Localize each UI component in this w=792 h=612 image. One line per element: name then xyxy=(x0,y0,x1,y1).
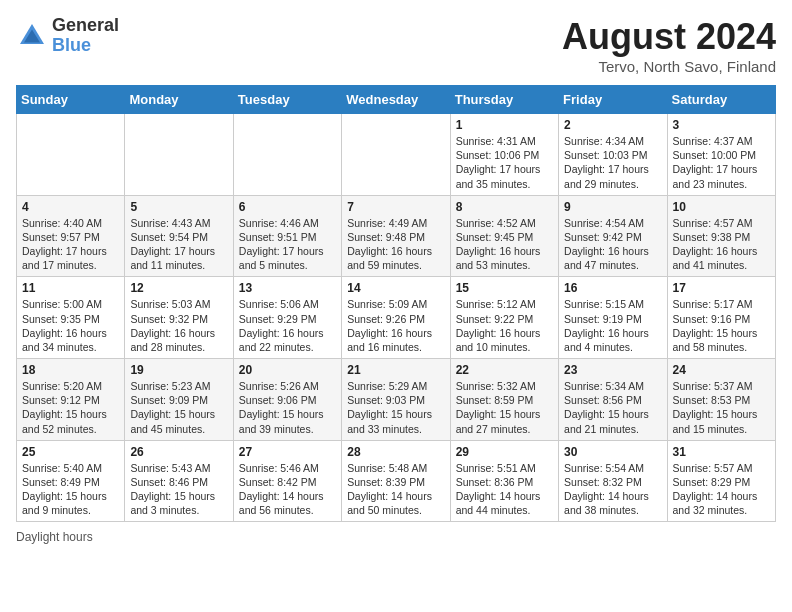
cell-sunrise: Sunrise: 4:49 AMSunset: 9:48 PMDaylight:… xyxy=(347,217,432,272)
cell-sunrise: Sunrise: 5:32 AMSunset: 8:59 PMDaylight:… xyxy=(456,380,541,435)
calendar-cell: 21 Sunrise: 5:29 AMSunset: 9:03 PMDaylig… xyxy=(342,359,450,441)
calendar-cell: 28 Sunrise: 5:48 AMSunset: 8:39 PMDaylig… xyxy=(342,440,450,522)
cell-sunrise: Sunrise: 5:57 AMSunset: 8:29 PMDaylight:… xyxy=(673,462,758,517)
calendar-cell: 23 Sunrise: 5:34 AMSunset: 8:56 PMDaylig… xyxy=(559,359,667,441)
cell-sunrise: Sunrise: 5:12 AMSunset: 9:22 PMDaylight:… xyxy=(456,298,541,353)
day-number: 30 xyxy=(564,445,661,459)
calendar-week-row: 11 Sunrise: 5:00 AMSunset: 9:35 PMDaylig… xyxy=(17,277,776,359)
calendar-cell: 7 Sunrise: 4:49 AMSunset: 9:48 PMDayligh… xyxy=(342,195,450,277)
day-number: 31 xyxy=(673,445,770,459)
cell-sunrise: Sunrise: 5:17 AMSunset: 9:16 PMDaylight:… xyxy=(673,298,758,353)
cell-sunrise: Sunrise: 5:23 AMSunset: 9:09 PMDaylight:… xyxy=(130,380,215,435)
day-number: 12 xyxy=(130,281,227,295)
calendar-cell xyxy=(125,114,233,196)
day-number: 27 xyxy=(239,445,336,459)
cell-sunrise: Sunrise: 5:54 AMSunset: 8:32 PMDaylight:… xyxy=(564,462,649,517)
day-number: 25 xyxy=(22,445,119,459)
weekday-header: Sunday xyxy=(17,86,125,114)
cell-sunrise: Sunrise: 5:48 AMSunset: 8:39 PMDaylight:… xyxy=(347,462,432,517)
day-number: 20 xyxy=(239,363,336,377)
day-number: 24 xyxy=(673,363,770,377)
calendar-cell: 1 Sunrise: 4:31 AMSunset: 10:06 PMDaylig… xyxy=(450,114,558,196)
weekday-header: Tuesday xyxy=(233,86,341,114)
cell-sunrise: Sunrise: 5:37 AMSunset: 8:53 PMDaylight:… xyxy=(673,380,758,435)
calendar-cell xyxy=(233,114,341,196)
calendar-cell: 2 Sunrise: 4:34 AMSunset: 10:03 PMDaylig… xyxy=(559,114,667,196)
title-block: August 2024 Tervo, North Savo, Finland xyxy=(562,16,776,75)
cell-sunrise: Sunrise: 5:40 AMSunset: 8:49 PMDaylight:… xyxy=(22,462,107,517)
cell-sunrise: Sunrise: 5:46 AMSunset: 8:42 PMDaylight:… xyxy=(239,462,324,517)
day-number: 29 xyxy=(456,445,553,459)
logo-general-text: General xyxy=(52,16,119,36)
day-number: 16 xyxy=(564,281,661,295)
cell-sunrise: Sunrise: 4:57 AMSunset: 9:38 PMDaylight:… xyxy=(673,217,758,272)
cell-sunrise: Sunrise: 4:37 AMSunset: 10:00 PMDaylight… xyxy=(673,135,758,190)
day-number: 10 xyxy=(673,200,770,214)
day-number: 22 xyxy=(456,363,553,377)
calendar-cell: 30 Sunrise: 5:54 AMSunset: 8:32 PMDaylig… xyxy=(559,440,667,522)
cell-sunrise: Sunrise: 5:43 AMSunset: 8:46 PMDaylight:… xyxy=(130,462,215,517)
day-number: 8 xyxy=(456,200,553,214)
cell-sunrise: Sunrise: 5:26 AMSunset: 9:06 PMDaylight:… xyxy=(239,380,324,435)
cell-sunrise: Sunrise: 5:09 AMSunset: 9:26 PMDaylight:… xyxy=(347,298,432,353)
calendar-cell: 3 Sunrise: 4:37 AMSunset: 10:00 PMDaylig… xyxy=(667,114,775,196)
subtitle: Tervo, North Savo, Finland xyxy=(562,58,776,75)
main-title: August 2024 xyxy=(562,16,776,58)
calendar-cell: 22 Sunrise: 5:32 AMSunset: 8:59 PMDaylig… xyxy=(450,359,558,441)
weekday-header: Wednesday xyxy=(342,86,450,114)
weekday-header: Friday xyxy=(559,86,667,114)
calendar-cell: 25 Sunrise: 5:40 AMSunset: 8:49 PMDaylig… xyxy=(17,440,125,522)
calendar-week-row: 4 Sunrise: 4:40 AMSunset: 9:57 PMDayligh… xyxy=(17,195,776,277)
weekday-header: Thursday xyxy=(450,86,558,114)
cell-sunrise: Sunrise: 5:29 AMSunset: 9:03 PMDaylight:… xyxy=(347,380,432,435)
cell-sunrise: Sunrise: 5:34 AMSunset: 8:56 PMDaylight:… xyxy=(564,380,649,435)
day-number: 19 xyxy=(130,363,227,377)
calendar-cell xyxy=(342,114,450,196)
day-number: 3 xyxy=(673,118,770,132)
day-number: 14 xyxy=(347,281,444,295)
day-number: 4 xyxy=(22,200,119,214)
cell-sunrise: Sunrise: 4:40 AMSunset: 9:57 PMDaylight:… xyxy=(22,217,107,272)
logo: General Blue xyxy=(16,16,119,56)
day-number: 7 xyxy=(347,200,444,214)
cell-sunrise: Sunrise: 5:51 AMSunset: 8:36 PMDaylight:… xyxy=(456,462,541,517)
cell-sunrise: Sunrise: 4:31 AMSunset: 10:06 PMDaylight… xyxy=(456,135,541,190)
cell-sunrise: Sunrise: 5:20 AMSunset: 9:12 PMDaylight:… xyxy=(22,380,107,435)
logo-text: General Blue xyxy=(52,16,119,56)
cell-sunrise: Sunrise: 4:52 AMSunset: 9:45 PMDaylight:… xyxy=(456,217,541,272)
cell-sunrise: Sunrise: 4:46 AMSunset: 9:51 PMDaylight:… xyxy=(239,217,324,272)
day-number: 23 xyxy=(564,363,661,377)
calendar-cell: 4 Sunrise: 4:40 AMSunset: 9:57 PMDayligh… xyxy=(17,195,125,277)
footer-note: Daylight hours xyxy=(16,530,776,544)
calendar-cell: 13 Sunrise: 5:06 AMSunset: 9:29 PMDaylig… xyxy=(233,277,341,359)
calendar-cell: 18 Sunrise: 5:20 AMSunset: 9:12 PMDaylig… xyxy=(17,359,125,441)
logo-icon xyxy=(16,20,48,52)
day-number: 9 xyxy=(564,200,661,214)
day-number: 1 xyxy=(456,118,553,132)
calendar-cell: 31 Sunrise: 5:57 AMSunset: 8:29 PMDaylig… xyxy=(667,440,775,522)
calendar-cell: 5 Sunrise: 4:43 AMSunset: 9:54 PMDayligh… xyxy=(125,195,233,277)
calendar-cell: 26 Sunrise: 5:43 AMSunset: 8:46 PMDaylig… xyxy=(125,440,233,522)
header-row: SundayMondayTuesdayWednesdayThursdayFrid… xyxy=(17,86,776,114)
day-number: 17 xyxy=(673,281,770,295)
day-number: 18 xyxy=(22,363,119,377)
calendar-cell: 17 Sunrise: 5:17 AMSunset: 9:16 PMDaylig… xyxy=(667,277,775,359)
calendar-cell: 11 Sunrise: 5:00 AMSunset: 9:35 PMDaylig… xyxy=(17,277,125,359)
day-number: 13 xyxy=(239,281,336,295)
day-number: 21 xyxy=(347,363,444,377)
calendar-cell: 15 Sunrise: 5:12 AMSunset: 9:22 PMDaylig… xyxy=(450,277,558,359)
calendar-cell: 12 Sunrise: 5:03 AMSunset: 9:32 PMDaylig… xyxy=(125,277,233,359)
day-number: 28 xyxy=(347,445,444,459)
calendar-table: SundayMondayTuesdayWednesdayThursdayFrid… xyxy=(16,85,776,522)
cell-sunrise: Sunrise: 4:43 AMSunset: 9:54 PMDaylight:… xyxy=(130,217,215,272)
logo-blue-text: Blue xyxy=(52,36,119,56)
calendar-cell: 14 Sunrise: 5:09 AMSunset: 9:26 PMDaylig… xyxy=(342,277,450,359)
calendar-week-row: 1 Sunrise: 4:31 AMSunset: 10:06 PMDaylig… xyxy=(17,114,776,196)
calendar-cell: 20 Sunrise: 5:26 AMSunset: 9:06 PMDaylig… xyxy=(233,359,341,441)
cell-sunrise: Sunrise: 5:06 AMSunset: 9:29 PMDaylight:… xyxy=(239,298,324,353)
day-number: 26 xyxy=(130,445,227,459)
page-header: General Blue August 2024 Tervo, North Sa… xyxy=(16,16,776,75)
day-number: 6 xyxy=(239,200,336,214)
cell-sunrise: Sunrise: 4:54 AMSunset: 9:42 PMDaylight:… xyxy=(564,217,649,272)
cell-sunrise: Sunrise: 5:15 AMSunset: 9:19 PMDaylight:… xyxy=(564,298,649,353)
